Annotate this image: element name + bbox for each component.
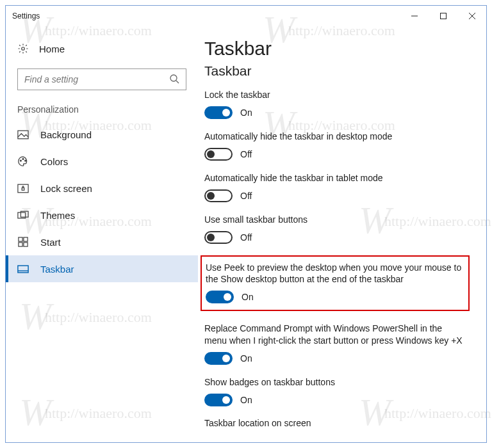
- setting-small-buttons: Use small taskbar buttons Off: [204, 214, 467, 244]
- heading-taskbar-location: Taskbar location on screen: [204, 418, 473, 428]
- window-title: Settings: [12, 12, 40, 20]
- sidebar-item-label: Colors: [40, 156, 68, 167]
- sidebar-item-lock-screen[interactable]: Lock screen: [6, 175, 198, 202]
- sidebar-item-label: Taskbar: [40, 264, 74, 275]
- sidebar-item-label: Lock screen: [40, 183, 92, 194]
- svg-point-9: [22, 159, 24, 160]
- svg-rect-1: [440, 13, 446, 19]
- setting-badges: Show badges on taskbar buttons On: [204, 376, 467, 406]
- setting-autohide-tablet: Automatically hide the taskbar in tablet…: [204, 172, 467, 202]
- toggle-lock-taskbar[interactable]: [204, 106, 233, 119]
- toggle-badges[interactable]: [204, 394, 233, 406]
- search-icon: [169, 74, 179, 86]
- setting-peek-desktop: Use Peek to preview the desktop when you…: [201, 255, 470, 312]
- toggle-state: On: [240, 108, 252, 118]
- toggle-small-buttons[interactable]: [204, 231, 233, 244]
- sidebar-item-label: Start: [40, 237, 61, 248]
- svg-rect-7: [18, 131, 28, 139]
- window-controls: [400, 6, 486, 26]
- sidebar-item-label: Themes: [40, 210, 75, 221]
- settings-window: Settings Home: [5, 5, 487, 443]
- setting-label: Automatically hide the taskbar in tablet…: [204, 172, 467, 184]
- start-icon: [17, 236, 29, 248]
- svg-rect-17: [19, 243, 22, 246]
- sidebar-item-themes[interactable]: Themes: [6, 202, 198, 228]
- setting-autohide-desktop: Automatically hide the taskbar in deskto…: [204, 131, 467, 161]
- setting-label: Use Peek to preview the desktop when you…: [206, 262, 462, 286]
- svg-rect-16: [24, 237, 28, 241]
- gear-icon: [17, 43, 29, 54]
- toggle-state: Off: [240, 149, 252, 159]
- maximize-button[interactable]: [429, 6, 457, 26]
- svg-rect-18: [24, 243, 28, 246]
- toggle-powershell[interactable]: [204, 352, 233, 365]
- sub-title: Taskbar: [204, 63, 473, 79]
- svg-rect-15: [19, 237, 22, 241]
- sidebar-item-colors[interactable]: Colors: [6, 148, 198, 175]
- toggle-peek-desktop[interactable]: [206, 291, 234, 303]
- titlebar: Settings: [6, 6, 486, 26]
- palette-icon: [17, 156, 29, 167]
- minimize-button[interactable]: [400, 6, 429, 26]
- home-label: Home: [39, 44, 65, 54]
- setting-label: Lock the taskbar: [204, 89, 467, 101]
- toggle-state: On: [240, 395, 252, 405]
- svg-line-6: [176, 81, 179, 83]
- image-icon: [17, 129, 29, 140]
- sidebar: Home Personalization Background: [6, 26, 198, 442]
- toggle-state: On: [240, 353, 252, 364]
- setting-powershell: Replace Command Prompt with Windows Powe…: [204, 323, 467, 365]
- toggle-autohide-tablet[interactable]: [204, 189, 233, 202]
- taskbar-icon: [17, 263, 29, 275]
- setting-lock-taskbar: Lock the taskbar On: [204, 89, 467, 119]
- themes-icon: [17, 209, 29, 221]
- svg-rect-11: [18, 184, 28, 193]
- sidebar-item-start[interactable]: Start: [6, 228, 198, 255]
- setting-label: Automatically hide the taskbar in deskto…: [204, 131, 467, 143]
- search-box[interactable]: [17, 68, 186, 90]
- sidebar-item-background[interactable]: Background: [6, 121, 198, 148]
- svg-point-4: [22, 47, 25, 51]
- home-button[interactable]: Home: [6, 38, 198, 60]
- svg-rect-12: [22, 188, 24, 190]
- sidebar-item-taskbar[interactable]: Taskbar: [6, 255, 198, 282]
- toggle-state: On: [242, 292, 254, 302]
- setting-label: Replace Command Prompt with Windows Powe…: [204, 323, 467, 347]
- content-area: Home Personalization Background: [6, 26, 486, 442]
- toggle-state: Off: [240, 232, 252, 243]
- lock-icon: [17, 182, 29, 194]
- svg-point-8: [20, 160, 22, 161]
- search-input[interactable]: [24, 74, 169, 84]
- toggle-state: Off: [240, 191, 252, 201]
- category-label: Personalization: [6, 104, 198, 121]
- close-button[interactable]: [457, 6, 486, 26]
- svg-point-5: [170, 75, 177, 81]
- svg-point-10: [25, 160, 26, 161]
- toggle-autohide-desktop[interactable]: [204, 148, 233, 161]
- sidebar-item-label: Background: [40, 129, 92, 140]
- page-title: Taskbar: [204, 38, 473, 60]
- setting-label: Use small taskbar buttons: [204, 214, 467, 226]
- main-panel: Taskbar Taskbar Lock the taskbar On Auto…: [198, 26, 486, 442]
- svg-rect-19: [18, 266, 28, 273]
- setting-label: Show badges on taskbar buttons: [204, 376, 467, 388]
